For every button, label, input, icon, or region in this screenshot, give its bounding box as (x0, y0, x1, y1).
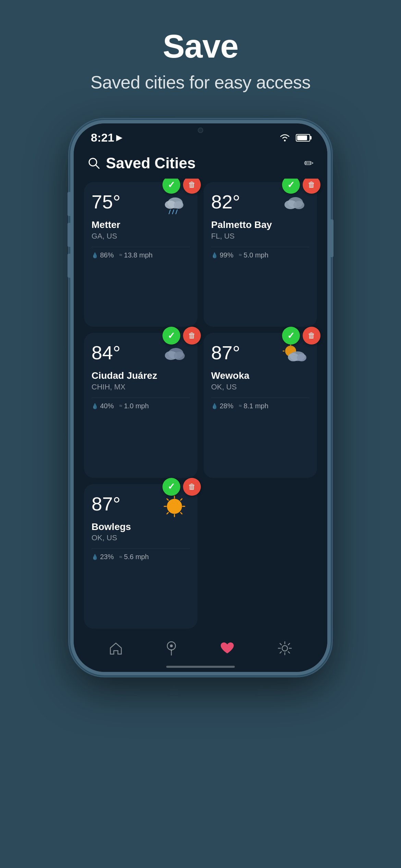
delete-button-palmetto[interactable]: 🗑 (303, 179, 320, 194)
card-temp-bowlegs: 87° (92, 494, 121, 514)
city-card-bowlegs[interactable]: ✓ 🗑 87° (84, 484, 197, 629)
card-stats-juarez: 💧 40% ≈ 1.0 mph (92, 398, 190, 410)
svg-point-0 (284, 140, 286, 141)
nav-item-heart[interactable] (220, 642, 234, 655)
svg-line-2 (96, 165, 99, 168)
delete-button-juarez[interactable]: 🗑 (183, 327, 201, 345)
card-top-palmetto: 82° (211, 192, 309, 216)
weather-icon-palmetto (279, 192, 309, 216)
humidity-stat-juarez: 💧 40% (92, 402, 114, 410)
svg-point-11 (293, 201, 304, 209)
card-actions-bowlegs: ✓ 🗑 (162, 478, 201, 496)
wind-value-wewoka: 8.1 mph (244, 402, 268, 410)
svg-line-29 (181, 499, 182, 500)
wind-stat-juarez: ≈ 1.0 mph (119, 402, 149, 410)
humidity-icon-metter: 💧 (92, 252, 98, 258)
card-stats-palmetto: 💧 99% ≈ 5.0 mph (211, 247, 309, 259)
check-button-bowlegs[interactable]: ✓ (162, 478, 180, 496)
battery-fill (297, 135, 307, 140)
card-city-metter: Metter (92, 219, 190, 231)
humidity-value-bowlegs: 23% (100, 553, 114, 561)
battery-icon (296, 134, 310, 142)
humidity-stat-bowlegs: 💧 23% (92, 553, 114, 561)
card-temp-juarez: 84° (92, 343, 121, 362)
card-region-wewoka: OK, US (211, 383, 309, 391)
svg-line-28 (181, 513, 182, 514)
svg-line-7 (172, 210, 174, 214)
wind-icon-juarez: ≈ (119, 403, 122, 409)
card-region-juarez: CHIH, MX (92, 383, 190, 391)
delete-button-wewoka[interactable]: 🗑 (303, 327, 320, 345)
search-icon (87, 157, 100, 170)
check-button-juarez[interactable]: ✓ (162, 327, 180, 345)
city-card-wewoka[interactable]: ✓ 🗑 87° (204, 333, 317, 478)
wind-stat-metter: ≈ 13.8 mph (119, 251, 153, 259)
weather-icon-wewoka (279, 343, 309, 367)
wifi-icon (279, 133, 291, 142)
card-stats-metter: 💧 86% ≈ 13.8 mph (92, 247, 190, 259)
nav-item-settings[interactable] (278, 641, 292, 655)
card-city-palmetto: Palmetto Bay (211, 219, 309, 231)
card-city-bowlegs: Bowlegs (92, 521, 190, 533)
notch (163, 123, 238, 136)
city-card-ciudad-juarez[interactable]: ✓ 🗑 84° Ciudad Juárez CHIH, MX (84, 333, 197, 478)
card-actions-metter: ✓ 🗑 (162, 179, 201, 194)
svg-line-8 (176, 210, 177, 214)
check-button-metter[interactable]: ✓ (162, 179, 180, 194)
humidity-value-wewoka: 28% (220, 402, 233, 410)
card-top-bowlegs: 87° (92, 494, 190, 518)
card-top-metter: 75° (92, 192, 190, 216)
svg-point-22 (167, 499, 182, 514)
city-card-metter[interactable]: ✓ 🗑 75° (84, 182, 197, 327)
humidity-stat-wewoka: 💧 28% (211, 402, 233, 410)
city-grid: ✓ 🗑 75° (74, 179, 327, 636)
humidity-icon-juarez: 💧 (92, 403, 98, 409)
weather-icon-metter (159, 192, 190, 216)
humidity-stat-palmetto: 💧 99% (211, 251, 233, 259)
card-top-juarez: 84° (92, 343, 190, 367)
card-temp-metter: 75° (92, 192, 121, 212)
notch-camera (198, 128, 203, 133)
svg-point-14 (174, 352, 185, 360)
weather-icon-bowlegs (159, 494, 190, 518)
card-stats-bowlegs: 💧 23% ≈ 5.6 mph (92, 548, 190, 561)
card-city-juarez: Ciudad Juárez (92, 370, 190, 382)
bottom-nav (74, 636, 327, 666)
wind-icon-metter: ≈ (119, 252, 122, 258)
search-title: Saved Cities (106, 155, 304, 172)
wind-value-palmetto: 5.0 mph (244, 251, 268, 259)
delete-button-metter[interactable]: 🗑 (183, 179, 201, 194)
check-button-palmetto[interactable]: ✓ (282, 179, 300, 194)
wind-icon-bowlegs: ≈ (119, 554, 122, 560)
status-time: 8:21 ▶ (91, 131, 122, 144)
phone-frame: 8:21 ▶ S (70, 120, 331, 675)
card-region-palmetto: FL, US (211, 232, 309, 241)
card-temp-wewoka: 87° (211, 343, 240, 362)
nav-item-pin[interactable] (166, 641, 177, 655)
card-temp-palmetto: 82° (211, 192, 240, 212)
card-actions-palmetto: ✓ 🗑 (282, 179, 320, 194)
delete-button-bowlegs[interactable]: 🗑 (183, 478, 201, 496)
svg-line-30 (167, 513, 168, 514)
svg-line-6 (169, 210, 170, 214)
check-button-wewoka[interactable]: ✓ (282, 327, 300, 345)
humidity-icon-palmetto: 💧 (211, 252, 218, 258)
wind-value-juarez: 1.0 mph (124, 402, 149, 410)
humidity-icon-bowlegs: 💧 (92, 554, 98, 560)
humidity-icon-wewoka: 💧 (211, 403, 218, 409)
svg-point-34 (282, 646, 288, 651)
edit-icon[interactable]: ✏ (304, 156, 314, 170)
page-subtitle: Saved cities for easy access (90, 72, 311, 93)
svg-line-27 (167, 499, 168, 500)
card-top-wewoka: 87° (211, 343, 309, 367)
city-card-palmetto-bay[interactable]: ✓ 🗑 82° Palmetto Bay FL, US (204, 182, 317, 327)
search-header: Saved Cities ✏ (74, 148, 327, 179)
card-region-metter: GA, US (92, 232, 190, 241)
wind-stat-palmetto: ≈ 5.0 mph (239, 251, 268, 259)
card-stats-wewoka: 💧 28% ≈ 8.1 mph (211, 398, 309, 410)
nav-item-home[interactable] (109, 642, 123, 655)
humidity-value-metter: 86% (100, 251, 114, 259)
status-icons (279, 133, 310, 142)
page-title: Save (163, 27, 238, 65)
wind-icon-palmetto: ≈ (239, 252, 242, 258)
